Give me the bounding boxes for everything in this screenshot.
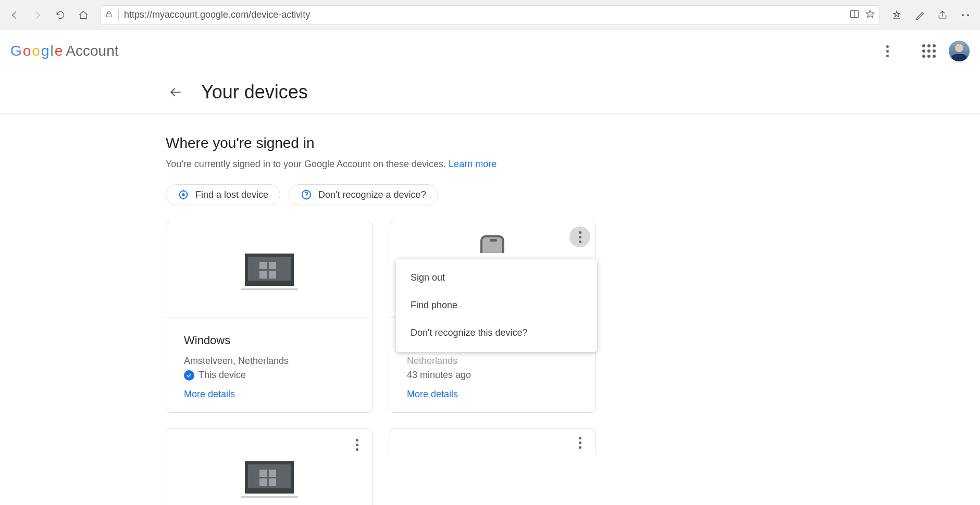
menu-sign-out[interactable]: Sign out bbox=[396, 264, 597, 292]
back-icon[interactable] bbox=[4, 5, 25, 26]
reading-view-icon[interactable] bbox=[849, 9, 860, 21]
check-badge-icon bbox=[184, 370, 194, 381]
phone-device-icon bbox=[480, 235, 504, 253]
lock-icon bbox=[105, 10, 113, 20]
menu-dont-recognize[interactable]: Don't recognize this device? bbox=[396, 319, 597, 347]
subtitle-text: You're currently signed in to your Googl… bbox=[166, 159, 449, 169]
section-title: Where you're signed in bbox=[166, 135, 698, 152]
user-avatar[interactable] bbox=[949, 41, 970, 61]
learn-more-link[interactable]: Learn more bbox=[449, 159, 497, 169]
main-content: Where you're signed in You're currently … bbox=[0, 114, 698, 505]
address-bar[interactable]: https://myaccount.google.com/device-acti… bbox=[100, 5, 880, 25]
svg-point-7 bbox=[306, 197, 307, 198]
dont-recognize-label: Don't recognize a device? bbox=[318, 190, 426, 200]
device-time-label: 43 minutes ago bbox=[407, 370, 471, 381]
options-menu-icon[interactable] bbox=[877, 41, 898, 61]
device-card: Windows Amstelveen, Netherlands Oct 28 M… bbox=[166, 428, 373, 505]
menu-find-phone[interactable]: Find phone bbox=[396, 292, 597, 319]
device-card-menu-button[interactable] bbox=[569, 226, 590, 247]
more-icon[interactable] bbox=[955, 5, 976, 26]
refresh-icon[interactable] bbox=[50, 5, 71, 26]
favorite-star-icon[interactable] bbox=[865, 9, 875, 21]
browser-toolbar: https://myaccount.google.com/device-acti… bbox=[0, 0, 980, 30]
svg-rect-0 bbox=[106, 14, 111, 17]
find-device-label: Find a lost device bbox=[195, 190, 268, 200]
url-text: https://myaccount.google.com/device-acti… bbox=[124, 9, 310, 20]
target-icon bbox=[178, 189, 189, 200]
device-time-label: This device bbox=[199, 370, 246, 381]
device-time: 43 minutes ago bbox=[407, 370, 578, 381]
device-name: Windows bbox=[184, 334, 355, 347]
svg-point-2 bbox=[962, 14, 964, 16]
windows-device-icon bbox=[245, 461, 294, 494]
device-card: Sign out Find phone Don't recognize this… bbox=[389, 221, 596, 413]
device-menu-popup: Sign out Find phone Don't recognize this… bbox=[396, 259, 597, 352]
home-icon[interactable] bbox=[73, 5, 94, 26]
device-location: Amstelveen, Netherlands bbox=[184, 356, 355, 367]
separator bbox=[118, 9, 119, 21]
forward-icon[interactable] bbox=[27, 5, 48, 26]
dont-recognize-chip[interactable]: Don't recognize a device? bbox=[289, 184, 438, 205]
device-time: This device bbox=[184, 370, 355, 381]
device-card: Windows Amstelveen, Netherlands This dev… bbox=[166, 221, 373, 413]
back-arrow-icon[interactable] bbox=[166, 82, 187, 103]
more-details-link[interactable]: More details bbox=[184, 389, 355, 400]
google-logo[interactable]: Google Account bbox=[10, 43, 119, 59]
share-icon[interactable] bbox=[932, 5, 953, 26]
account-label: Account bbox=[66, 43, 118, 59]
favorites-list-icon[interactable] bbox=[886, 5, 907, 26]
device-card-menu-button[interactable] bbox=[569, 432, 590, 453]
device-card bbox=[389, 428, 596, 455]
google-account-header: Google Account bbox=[0, 30, 980, 72]
find-lost-device-chip[interactable]: Find a lost device bbox=[166, 184, 280, 205]
page-title-row: Your devices bbox=[0, 72, 980, 113]
page-title: Your devices bbox=[201, 81, 308, 103]
windows-device-icon bbox=[245, 254, 294, 286]
more-details-link[interactable]: More details bbox=[407, 389, 578, 400]
notes-icon[interactable] bbox=[909, 5, 930, 26]
question-icon bbox=[301, 189, 312, 200]
svg-point-5 bbox=[182, 193, 185, 196]
google-apps-icon[interactable] bbox=[919, 41, 939, 61]
section-subtitle: You're currently signed in to your Googl… bbox=[166, 159, 698, 170]
device-location: Netherlands bbox=[407, 356, 578, 367]
svg-point-3 bbox=[967, 14, 969, 16]
device-card-menu-button[interactable] bbox=[346, 434, 367, 455]
